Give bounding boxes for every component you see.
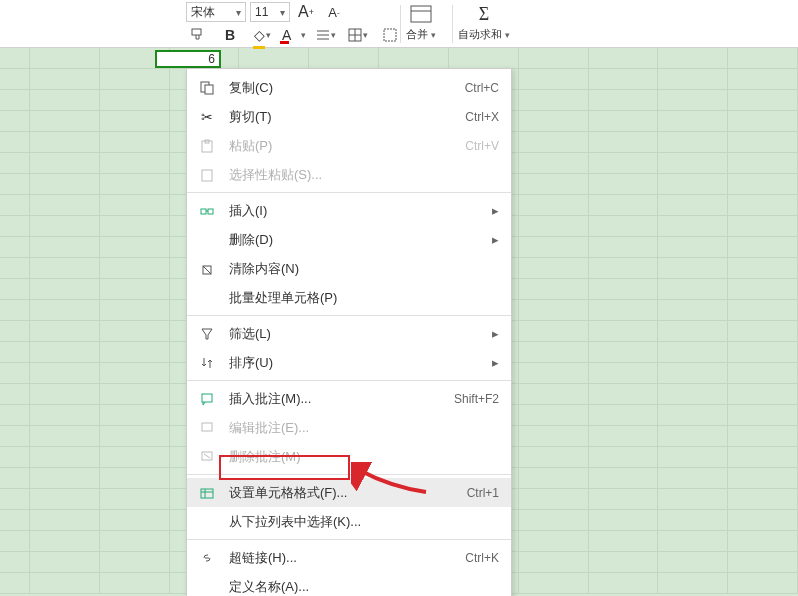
clear-icon [197,259,217,279]
comment-icon [197,389,217,409]
wrap-text-button[interactable] [378,25,402,45]
format-cells-icon [197,483,217,503]
menu-filter[interactable]: 筛选(L) ▸ [187,319,511,348]
active-cell[interactable]: 6 [155,50,221,68]
menu-dropdown-select[interactable]: 从下拉列表中选择(K)... [187,507,511,536]
svg-rect-16 [208,209,213,214]
menu-copy[interactable]: 复制(C) Ctrl+C [187,73,511,102]
paste-icon [197,136,217,156]
submenu-arrow-icon: ▸ [492,232,499,247]
menu-separator [187,539,511,540]
cell-value: 6 [208,52,215,66]
svg-rect-14 [202,170,212,181]
edit-comment-icon [197,418,217,438]
menu-cut[interactable]: ✂ 剪切(T) Ctrl+X [187,102,511,131]
svg-rect-19 [202,394,212,402]
cut-icon: ✂ [197,107,217,127]
delete-comment-icon [197,447,217,467]
sort-icon [197,353,217,373]
submenu-arrow-icon: ▸ [492,203,499,218]
menu-paste-special: 选择性粘贴(S)... [187,160,511,189]
menu-insert[interactable]: 插入(I) ▸ [187,196,511,225]
svg-rect-0 [192,29,201,35]
menu-define-name[interactable]: 定义名称(A)... [187,572,511,596]
svg-rect-23 [201,489,213,498]
copy-icon [197,78,217,98]
autosum-icon[interactable]: Σ [470,3,498,25]
format-painter-button[interactable] [186,25,210,45]
merge-icon[interactable] [407,3,435,25]
menu-batch[interactable]: 批量处理单元格(P) [187,283,511,312]
menu-format-cells[interactable]: 设置单元格格式(F)... Ctrl+1 [187,478,511,507]
decrease-font-button[interactable]: A- [322,2,346,22]
autosum-label[interactable]: 自动求和▾ [458,27,510,42]
toolbar: 宋体▾ 11▾ A+ A- B ◇▾ A▾ ▾ ▾ 合并▾ Σ [0,0,798,48]
menu-separator [187,192,511,193]
menu-insert-comment[interactable]: 插入批注(M)... Shift+F2 [187,384,511,413]
font-color-button[interactable]: A▾ [282,25,306,45]
svg-line-18 [203,266,211,274]
paste-special-icon [197,165,217,185]
filter-icon [197,324,217,344]
menu-clear[interactable]: 清除内容(N) [187,254,511,283]
menu-sort[interactable]: 排序(U) ▸ [187,348,511,377]
menu-hyperlink[interactable]: 超链接(H)... Ctrl+K [187,543,511,572]
bold-button[interactable]: B [218,25,242,45]
svg-rect-15 [201,209,206,214]
font-name-select[interactable]: 宋体▾ [186,2,246,22]
font-size-select[interactable]: 11▾ [250,2,290,22]
context-menu: 复制(C) Ctrl+C ✂ 剪切(T) Ctrl+X 粘贴(P) Ctrl+V… [186,68,512,596]
menu-delete[interactable]: 删除(D) ▸ [187,225,511,254]
svg-rect-11 [205,85,213,94]
submenu-arrow-icon: ▸ [492,326,499,341]
increase-font-button[interactable]: A+ [294,2,318,22]
link-icon [197,548,217,568]
menu-separator [187,315,511,316]
menu-edit-comment: 编辑批注(E)... [187,413,511,442]
menu-paste: 粘贴(P) Ctrl+V [187,131,511,160]
submenu-arrow-icon: ▸ [492,355,499,370]
align-button[interactable]: ▾ [314,25,338,45]
svg-rect-8 [411,6,431,22]
menu-separator [187,380,511,381]
svg-line-22 [204,454,210,458]
menu-separator [187,474,511,475]
merge-label[interactable]: 合并▾ [406,27,436,42]
border-button[interactable]: ▾ [346,25,370,45]
svg-rect-7 [384,29,396,41]
menu-delete-comment: 删除批注(M) [187,442,511,471]
insert-icon [197,201,217,221]
svg-rect-20 [202,423,212,431]
fill-color-button[interactable]: ◇▾ [250,25,274,45]
